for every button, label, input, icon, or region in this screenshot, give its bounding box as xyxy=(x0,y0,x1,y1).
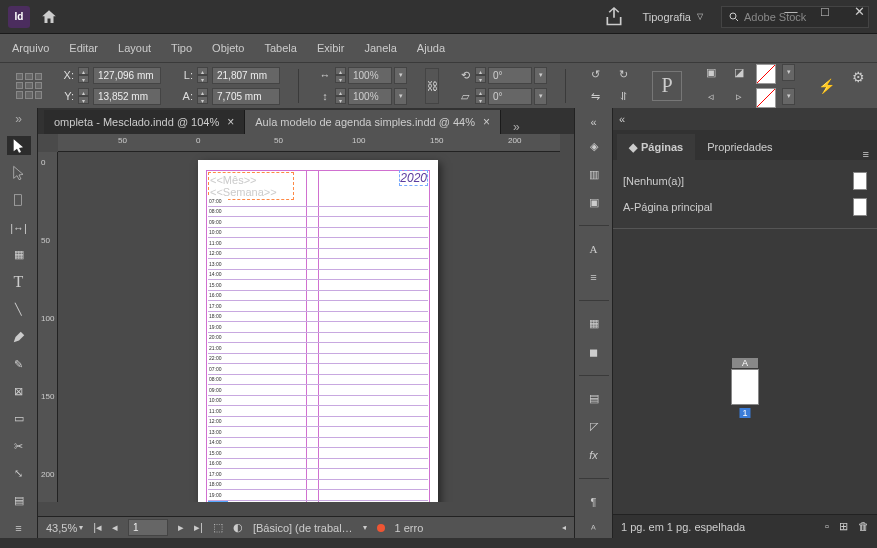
character-styles-icon[interactable]: ᴬ xyxy=(582,522,606,538)
x-stepper[interactable]: ▴▾ xyxy=(78,67,89,83)
panel-menu-icon[interactable]: ⚙ xyxy=(852,69,865,85)
gap-tool[interactable]: |↔| xyxy=(7,218,31,237)
flip-v-button[interactable]: ⥯ xyxy=(612,88,634,106)
zoom-control[interactable]: 43,5%▾ xyxy=(46,522,83,534)
layers-icon[interactable]: ▣ xyxy=(582,194,606,210)
master-a[interactable]: A-Página principal xyxy=(623,194,867,220)
home-icon[interactable] xyxy=(40,8,58,26)
stroke-none-icon[interactable] xyxy=(756,88,776,108)
error-count[interactable]: 1 erro xyxy=(395,522,424,534)
close-button[interactable]: ✕ xyxy=(851,4,867,19)
sy-drop[interactable]: ▾ xyxy=(394,88,407,105)
menu-tabela[interactable]: Tabela xyxy=(265,42,297,54)
direct-selection-tool[interactable] xyxy=(7,163,31,182)
menu-arquivo[interactable]: Arquivo xyxy=(12,42,49,54)
stroke-drop[interactable]: ▾ xyxy=(782,88,795,105)
canvas[interactable]: 50 0 50 100 150 200 0 50 100 150 200 <<M xyxy=(38,134,574,516)
page-thumbnail[interactable]: A 1 xyxy=(731,369,759,405)
rectangle-frame-tool[interactable]: ⊠ xyxy=(7,382,31,401)
doc-tab-1[interactable]: ompleta - Mesclado.indd @ 104%× xyxy=(44,110,245,134)
h-input[interactable]: 7,705 mm xyxy=(212,88,280,105)
h-stepper[interactable]: ▴▾ xyxy=(197,88,208,104)
sx-stepper[interactable]: ▴▾ xyxy=(335,67,346,83)
pages-icon[interactable]: ▥ xyxy=(582,166,606,182)
stroke-icon[interactable]: ▤ xyxy=(582,391,606,407)
fill-none-icon[interactable] xyxy=(756,64,776,84)
gradient2-icon[interactable]: ◸ xyxy=(582,419,606,435)
free-transform-tool[interactable]: ⤡ xyxy=(7,464,31,483)
collapse-icon[interactable]: » xyxy=(15,112,22,126)
master-none[interactable]: [Nenhum(a)] xyxy=(623,168,867,194)
maximize-button[interactable]: □ xyxy=(817,4,833,19)
page-prev-icon[interactable]: ◂ xyxy=(112,521,118,534)
menu-layout[interactable]: Layout xyxy=(118,42,151,54)
rotate-ccw-button[interactable]: ↺ xyxy=(584,66,606,84)
quick-apply-icon[interactable]: ⚡ xyxy=(818,78,835,94)
paragraph-styles-icon[interactable]: ¶ xyxy=(582,494,606,510)
menu-exibir[interactable]: Exibir xyxy=(317,42,345,54)
menu-tipo[interactable]: Tipo xyxy=(171,42,192,54)
type-tool[interactable]: T xyxy=(7,273,31,292)
menu-janela[interactable]: Janela xyxy=(364,42,396,54)
paragraph-icon[interactable]: ≡ xyxy=(582,269,606,285)
panel-menu-icon[interactable]: ≡ xyxy=(855,148,877,160)
page-input[interactable]: 1 xyxy=(128,519,168,536)
reference-point[interactable] xyxy=(16,73,42,99)
x-input[interactable]: 127,096 mm xyxy=(93,67,161,84)
shear-drop[interactable]: ▾ xyxy=(534,88,547,105)
preflight-icon[interactable]: ◐ xyxy=(233,521,243,534)
prev-object-button[interactable]: ◃ xyxy=(700,88,722,106)
y-stepper[interactable]: ▴▾ xyxy=(78,88,89,104)
sy-input[interactable]: 100% xyxy=(348,88,392,105)
page-next-icon[interactable]: ▸ xyxy=(178,521,184,534)
color-icon[interactable]: ◼ xyxy=(582,344,606,360)
line-tool[interactable]: ╲ xyxy=(7,300,31,319)
content-collector-tool[interactable]: ▦ xyxy=(7,245,31,264)
rectangle-tool[interactable]: ▭ xyxy=(7,409,31,428)
swatches-icon[interactable]: ▦ xyxy=(582,316,606,332)
sx-drop[interactable]: ▾ xyxy=(394,67,407,84)
workspace-switcher[interactable]: Tipografia ▽ xyxy=(642,11,703,23)
pen-tool[interactable] xyxy=(7,327,31,346)
delete-page-icon[interactable]: 🗑 xyxy=(858,520,869,533)
share-icon[interactable] xyxy=(604,7,624,27)
menu-ajuda[interactable]: Ajuda xyxy=(417,42,445,54)
selection-tool[interactable] xyxy=(7,136,31,155)
y-input[interactable]: 13,852 mm xyxy=(93,88,161,105)
doc-tab-2[interactable]: Aula modelo de agenda simples.indd @ 44%… xyxy=(245,110,501,134)
flip-h-button[interactable]: ⇋ xyxy=(584,88,606,106)
rot-input[interactable]: 0° xyxy=(488,67,532,84)
cc-libraries-icon[interactable]: ◈ xyxy=(582,138,606,154)
tabs-overflow-icon[interactable]: » xyxy=(507,120,526,134)
close-icon[interactable]: × xyxy=(483,115,490,129)
sx-input[interactable]: 100% xyxy=(348,67,392,84)
minimize-button[interactable]: — xyxy=(783,4,799,19)
fill-drop[interactable]: ▾ xyxy=(782,64,795,81)
tab-properties[interactable]: Propriedades xyxy=(695,134,784,160)
scissors-tool[interactable]: ✂ xyxy=(7,437,31,456)
select-container-button[interactable]: ▣ xyxy=(700,64,722,82)
rot-stepper[interactable]: ▴▾ xyxy=(475,67,486,83)
dock-collapse-icon[interactable]: « xyxy=(590,116,596,128)
select-content-button[interactable]: ◪ xyxy=(728,64,750,82)
edit-page-size-icon[interactable]: ▫ xyxy=(825,520,829,533)
pencil-tool[interactable]: ✎ xyxy=(7,355,31,374)
new-page-icon[interactable]: ⊞ xyxy=(839,520,848,533)
rotate-cw-button[interactable]: ↻ xyxy=(612,66,634,84)
scroll-left-icon[interactable]: ◂ xyxy=(562,523,566,532)
style-display[interactable]: [Básico] (de trabal… xyxy=(253,522,353,534)
shear-input[interactable]: 0° xyxy=(488,88,532,105)
page-first-icon[interactable]: |◂ xyxy=(93,521,102,534)
note-tool[interactable]: ≡ xyxy=(7,519,31,538)
character-icon[interactable]: A xyxy=(582,241,606,257)
constrain-icon[interactable]: ⛓ xyxy=(425,68,439,104)
next-object-button[interactable]: ▹ xyxy=(728,88,750,106)
gradient-tool[interactable]: ▤ xyxy=(7,491,31,510)
rot-drop[interactable]: ▾ xyxy=(534,67,547,84)
panel-collapse-icon[interactable]: « xyxy=(619,113,625,125)
w-stepper[interactable]: ▴▾ xyxy=(197,67,208,83)
shear-stepper[interactable]: ▴▾ xyxy=(475,88,486,104)
sy-stepper[interactable]: ▴▾ xyxy=(335,88,346,104)
page-tool[interactable] xyxy=(7,191,31,210)
menu-objeto[interactable]: Objeto xyxy=(212,42,244,54)
